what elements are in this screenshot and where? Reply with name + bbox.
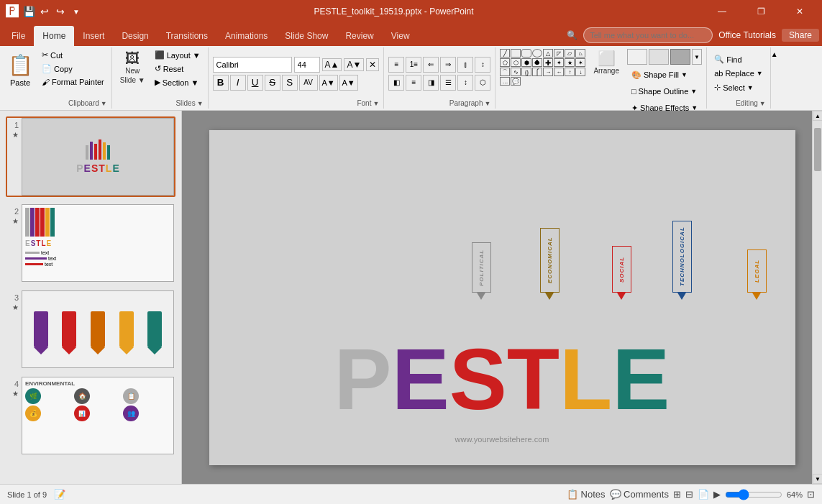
align-center-button[interactable]: ≡ bbox=[406, 75, 421, 91]
shape-up-arrow[interactable]: ↑ bbox=[565, 68, 575, 76]
customize-icon[interactable]: ▼ bbox=[70, 6, 82, 17]
format-painter-button[interactable]: 🖌Format Painter bbox=[39, 76, 107, 88]
select-button[interactable]: ⊹Select▼ bbox=[711, 81, 757, 93]
slide-preview-2[interactable]: E S T L E text text text bbox=[22, 204, 174, 282]
spacing-button[interactable]: AV bbox=[299, 75, 318, 91]
copy-button[interactable]: 📄Copy bbox=[39, 63, 107, 75]
font-name-input[interactable] bbox=[213, 57, 292, 73]
replace-button[interactable]: abReplace▼ bbox=[711, 68, 766, 79]
shape-hexagon[interactable]: ⬡ bbox=[511, 58, 521, 67]
bold-button[interactable]: B bbox=[213, 75, 229, 91]
notes-button[interactable]: 📋 Notes bbox=[567, 489, 606, 500]
shape-arc[interactable]: ⌒ bbox=[500, 68, 510, 76]
fit-page-button[interactable]: ⊡ bbox=[807, 489, 815, 500]
shape-octagon[interactable]: ⯃ bbox=[532, 58, 542, 67]
tab-animations[interactable]: Animations bbox=[216, 26, 276, 46]
font-size-input[interactable] bbox=[294, 57, 320, 73]
reading-view-button[interactable]: 📄 bbox=[698, 489, 709, 500]
shape-parallelogram[interactable]: ▱ bbox=[565, 49, 575, 58]
minimize-button[interactable]: — bbox=[705, 0, 739, 23]
shape-rect[interactable] bbox=[511, 49, 521, 58]
new-slide-button[interactable]: 🖼 New Slide ▼ bbox=[117, 49, 149, 86]
tab-file[interactable]: File bbox=[3, 26, 34, 46]
tab-transitions[interactable]: Transitions bbox=[157, 26, 216, 46]
decrease-indent-button[interactable]: ⇐ bbox=[423, 57, 439, 73]
shape-trapezoid[interactable]: ⏢ bbox=[575, 49, 585, 58]
strikethrough-button[interactable]: S bbox=[265, 75, 280, 91]
slide-preview-3[interactable] bbox=[22, 290, 174, 368]
shape-plus[interactable]: ✚ bbox=[543, 58, 553, 67]
clear-format-button[interactable]: ✕ bbox=[366, 58, 379, 71]
shape-ellipse[interactable] bbox=[532, 49, 542, 58]
slide-thumb-1[interactable]: 1 ★ P E S bbox=[6, 116, 175, 197]
font-color-button[interactable]: A▼ bbox=[319, 75, 338, 91]
smartart-button[interactable]: ⬡ bbox=[475, 75, 490, 91]
tab-slideshow[interactable]: Slide Show bbox=[276, 26, 337, 46]
shape-star4[interactable]: ✦ bbox=[554, 58, 564, 67]
comments-button[interactable]: 💬 Comments bbox=[610, 489, 669, 500]
slide-preview-4[interactable]: ENVIRONMENTAL 🌿 🏠 📋 💰 📊 👥 bbox=[22, 377, 174, 454]
tab-view[interactable]: View bbox=[383, 26, 419, 46]
align-right-button[interactable]: ◨ bbox=[423, 75, 439, 91]
find-button[interactable]: 🔍Find bbox=[711, 53, 744, 65]
outline-view-button[interactable]: ⊟ bbox=[685, 489, 693, 500]
office-tutorials-link[interactable]: Office Tutorials bbox=[718, 30, 776, 40]
italic-button[interactable]: I bbox=[230, 75, 246, 91]
bullets-button[interactable]: ≡ bbox=[388, 57, 404, 73]
shape-fill-button[interactable]: 🎨Shape Fill▼ bbox=[627, 67, 692, 83]
slideshow-view-button[interactable]: ▶ bbox=[713, 489, 721, 500]
tab-insert[interactable]: Insert bbox=[74, 26, 113, 46]
shadow-button[interactable]: S bbox=[282, 75, 298, 91]
reset-button[interactable]: ↺Reset bbox=[152, 63, 204, 75]
decrease-font-button[interactable]: A▼ bbox=[344, 58, 364, 71]
collapse-ribbon-button[interactable]: ▲ bbox=[771, 47, 784, 109]
underline-button[interactable]: U bbox=[247, 75, 263, 91]
slide-canvas[interactable]: POLITICAL ECONOMICAL SOCIAL TECHNOLOGICA… bbox=[209, 130, 795, 465]
tab-home[interactable]: Home bbox=[34, 26, 74, 46]
shape-rtriangle[interactable]: ◸ bbox=[554, 49, 564, 58]
restore-button[interactable]: ❐ bbox=[744, 0, 777, 23]
style-swatch-1[interactable] bbox=[627, 49, 647, 65]
share-button[interactable]: Share bbox=[782, 29, 819, 42]
shape-star5[interactable]: ★ bbox=[565, 58, 575, 67]
shape-more[interactable]: … bbox=[500, 77, 510, 86]
line-spacing-button[interactable]: ↕ bbox=[457, 75, 473, 91]
save-icon[interactable]: 💾 bbox=[23, 6, 35, 17]
section-button[interactable]: ▶Section▼ bbox=[152, 76, 204, 88]
shape-callout[interactable]: 💬 bbox=[511, 77, 521, 86]
vertical-scrollbar[interactable]: ▲ ▼ bbox=[812, 111, 822, 484]
shape-arrow[interactable]: → bbox=[543, 68, 553, 76]
tab-design[interactable]: Design bbox=[113, 26, 157, 46]
normal-view-button[interactable]: ⊞ bbox=[673, 489, 681, 500]
shape-brace[interactable]: ⎧ bbox=[532, 68, 542, 76]
slide-thumb-2[interactable]: 2 ★ E S T bbox=[6, 203, 175, 283]
shape-bracket[interactable]: {} bbox=[521, 68, 531, 76]
tell-me-input[interactable] bbox=[583, 27, 713, 43]
tab-review[interactable]: Review bbox=[337, 26, 382, 46]
slide-preview-1[interactable]: P E S T L E bbox=[22, 118, 174, 196]
slide-thumb-4[interactable]: 4 ★ ENVIRONMENTAL 🌿 🏠 📋 💰 📊 👥 bbox=[6, 375, 175, 456]
slide-notes-icon[interactable]: 📝 bbox=[54, 489, 65, 500]
cut-button[interactable]: ✂Cut bbox=[39, 49, 107, 61]
increase-font-button[interactable]: A▲ bbox=[322, 58, 342, 71]
text-dir-button[interactable]: ↕ bbox=[475, 57, 490, 73]
zoom-slider[interactable] bbox=[725, 489, 782, 500]
paste-button[interactable]: 📋 Paste bbox=[4, 49, 36, 91]
slide-thumb-3[interactable]: 3 ★ bbox=[6, 289, 175, 370]
shape-pentagon[interactable]: ⬠ bbox=[500, 58, 510, 67]
shape-triangle[interactable]: △ bbox=[543, 49, 553, 58]
shape-wave[interactable]: ∿ bbox=[511, 68, 521, 76]
scroll-up-button[interactable]: ▲ bbox=[813, 111, 822, 121]
justify-button[interactable]: ☰ bbox=[440, 75, 456, 91]
shape-star6[interactable]: ✶ bbox=[575, 58, 585, 67]
align-left-button[interactable]: ◧ bbox=[388, 75, 404, 91]
shape-outline-button[interactable]: □Shape Outline▼ bbox=[627, 83, 701, 99]
scroll-thumb[interactable] bbox=[814, 128, 821, 171]
shape-line[interactable]: ╱ bbox=[500, 49, 510, 58]
highlight-button[interactable]: A▼ bbox=[339, 75, 358, 91]
quick-styles-expand[interactable]: ▼ bbox=[692, 49, 702, 65]
style-swatch-3[interactable] bbox=[670, 49, 690, 65]
shape-heptagon[interactable]: ⬢ bbox=[521, 58, 531, 67]
numbering-button[interactable]: 1≡ bbox=[406, 57, 421, 73]
arrange-button[interactable]: ⬜ Arrange bbox=[590, 49, 623, 77]
